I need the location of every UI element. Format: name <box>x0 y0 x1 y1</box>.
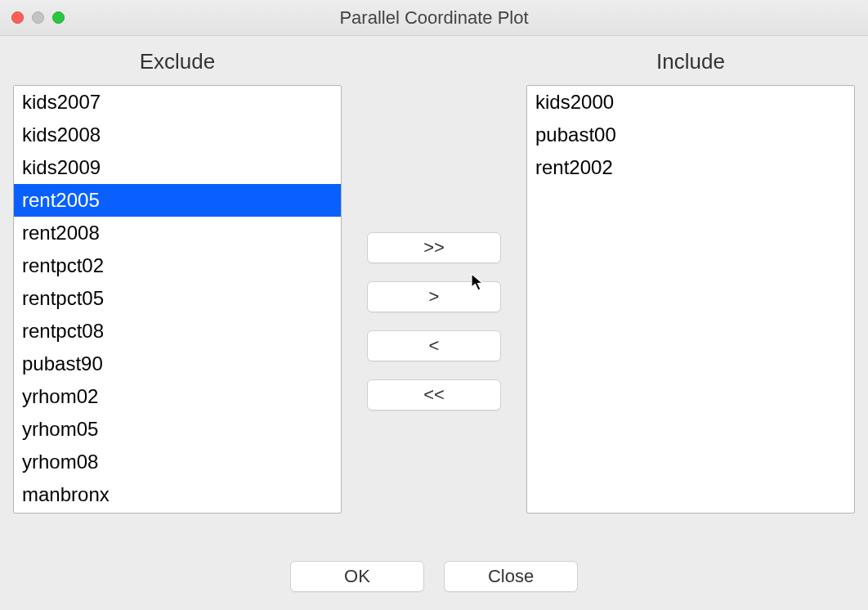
dialog-window: Parallel Coordinate Plot Exclude kids200… <box>0 0 868 610</box>
exclude-list-item[interactable]: kids2008 <box>14 119 341 151</box>
exclude-list-item[interactable]: pubast90 <box>14 348 341 380</box>
zoom-window-button[interactable] <box>52 11 65 24</box>
exclude-list-item[interactable]: yrhom02 <box>14 380 341 413</box>
transfer-columns: Exclude kids2007kids2008kids2009rent2005… <box>13 49 855 540</box>
move-all-right-button[interactable]: >> <box>367 232 501 263</box>
exclude-list-item[interactable]: yrhom08 <box>14 446 341 478</box>
include-label: Include <box>656 49 725 74</box>
close-button[interactable]: Close <box>444 561 578 592</box>
window-controls <box>0 11 65 24</box>
exclude-list-item[interactable]: rentpct02 <box>14 249 341 282</box>
include-listbox[interactable]: kids2000pubast00rent2002 <box>526 85 855 514</box>
exclude-listbox[interactable]: kids2007kids2008kids2009rent2005rent2008… <box>13 85 342 514</box>
exclude-list-item[interactable]: yrhom05 <box>14 413 341 446</box>
move-right-button[interactable]: > <box>367 281 501 312</box>
window-title: Parallel Coordinate Plot <box>0 7 868 29</box>
exclude-list-item[interactable]: kids2009 <box>14 151 341 184</box>
include-list-item[interactable]: kids2000 <box>527 86 854 119</box>
move-all-left-button[interactable]: << <box>367 379 501 410</box>
minimize-window-button[interactable] <box>32 11 44 24</box>
exclude-label: Exclude <box>140 49 216 74</box>
move-left-button[interactable]: < <box>367 330 501 361</box>
include-list-item[interactable]: pubast00 <box>527 119 854 151</box>
exclude-list-item[interactable]: rent2008 <box>14 217 341 249</box>
exclude-list-item[interactable]: rent2005 <box>14 184 341 217</box>
titlebar: Parallel Coordinate Plot <box>0 0 868 36</box>
transfer-buttons-column: >> > < << <box>365 49 503 540</box>
exclude-list-item[interactable]: rentpct05 <box>14 282 341 315</box>
include-column: Include kids2000pubast00rent2002 <box>526 49 855 540</box>
exclude-list-item[interactable]: kids2007 <box>14 86 341 119</box>
ok-button[interactable]: OK <box>290 561 424 592</box>
dialog-content: Exclude kids2007kids2008kids2009rent2005… <box>0 36 868 610</box>
exclude-list-item[interactable]: rentpct08 <box>14 315 341 348</box>
dialog-footer: OK Close <box>13 540 855 592</box>
exclude-list-item[interactable]: manbronx <box>14 478 341 511</box>
exclude-column: Exclude kids2007kids2008kids2009rent2005… <box>13 49 342 540</box>
close-window-button[interactable] <box>11 11 24 24</box>
include-list-item[interactable]: rent2002 <box>527 151 854 184</box>
